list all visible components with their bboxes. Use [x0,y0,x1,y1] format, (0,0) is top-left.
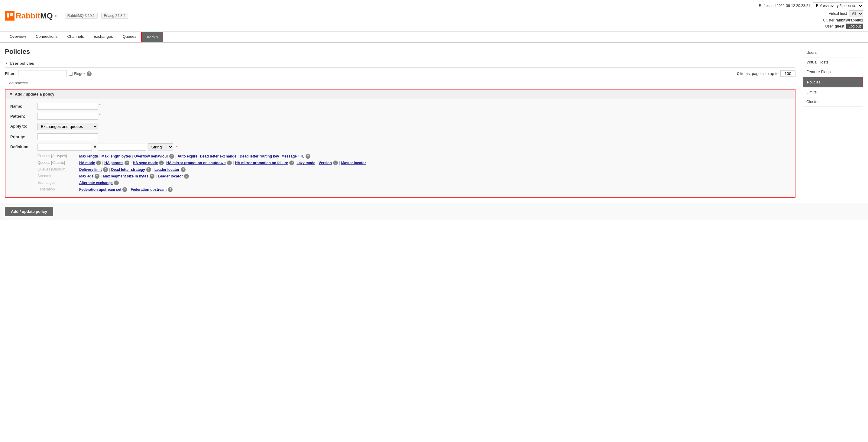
link-ha-mirror-failure[interactable]: HA mirror promotion on failure [235,161,288,165]
logout-button[interactable]: Log out [846,24,863,29]
sidebar-item-virtual-hosts[interactable]: Virtual Hosts [803,57,863,67]
ha-params-help-icon[interactable]: ? [125,160,129,166]
link-max-segment-size[interactable]: Max segment size in bytes [103,174,148,178]
link-version[interactable]: Version [318,161,332,165]
version-help-icon[interactable]: ? [333,160,338,166]
logo: RabbitMQ TM [5,11,57,21]
main-nav: Overview Connections Channels Exchanges … [0,32,868,43]
logo-text: RabbitMQ [16,11,53,21]
link-dead-letter-routing-key[interactable]: Dead letter routing key [240,154,279,158]
leader-locator-streams-help-icon[interactable]: ? [184,174,189,179]
link-federation-upstream-set[interactable]: Federation upstream set [79,187,121,192]
definition-value-input[interactable] [98,144,146,151]
hint-exchanges: Exchanges Alternate exchange ? [37,180,790,185]
link-federation-upstream[interactable]: Federation upstream [131,187,167,192]
name-input[interactable] [37,103,98,110]
priority-label: Priority: [10,133,37,139]
link-dead-letter-exchange[interactable]: Dead letter exchange [200,154,236,158]
content: Policies ▼ User policies Filter: Regex ?… [0,43,868,203]
federation-upstream-help-icon[interactable]: ? [168,187,173,192]
ha-mode-help-icon[interactable]: ? [96,160,101,166]
dead-letter-strategy-help-icon[interactable]: ? [146,167,151,172]
link-leader-locator-streams[interactable]: Leader locator [158,174,183,178]
cluster-value: rabbit@rabbit01 [835,18,863,22]
delivery-limit-help-icon[interactable]: ? [103,167,108,172]
svg-rect-2 [7,16,9,18]
sidebar-item-limits[interactable]: Limits [803,87,863,97]
hint-queues-all: Queues [All types] Max length | Max leng… [37,154,790,159]
link-auto-expire[interactable]: Auto expire [178,154,197,158]
nav-channels[interactable]: Channels [62,32,89,42]
add-policy-body: Name: * Pattern: * Apply to: Exchanges a… [5,99,795,198]
ha-mirror-failure-help-icon[interactable]: ? [289,160,294,166]
link-max-length[interactable]: Max length [79,154,98,158]
link-dead-letter-strategy[interactable]: Dead letter strategy [111,168,145,172]
hint-federation-label: Federation [37,187,77,191]
nav-exchanges[interactable]: Exchanges [89,32,118,42]
ha-sync-mode-help-icon[interactable]: ? [159,160,164,166]
definition-hints: Queues [All types] Max length | Max leng… [37,154,790,192]
main-content: Policies ▼ User policies Filter: Regex ?… [5,48,796,198]
regex-help-icon[interactable]: ? [87,71,92,76]
vhost-select[interactable]: All [849,10,863,17]
link-delivery-limit[interactable]: Delivery limit [79,168,102,172]
link-alternate-exchange[interactable]: Alternate exchange [79,181,113,185]
pattern-row: Pattern: * [10,113,790,120]
link-max-length-bytes[interactable]: Max length bytes [101,154,131,158]
link-ha-mirror-shutdown[interactable]: HA mirror promotion on shutdown [166,161,225,165]
hint-streams-label: Streams [37,174,77,178]
hint-queues-classic-label: Queues [Classic] [37,160,77,165]
filter-row: Filter: Regex ? 0 items, page size up to [5,70,796,77]
regex-check: Regex ? [69,71,92,76]
link-ha-mode[interactable]: HA mode [79,161,95,165]
sidebar-item-policies[interactable]: Policies [803,77,863,87]
definition-key-input[interactable] [37,144,92,151]
message-ttl-help-icon[interactable]: ? [306,154,310,159]
max-segment-help-icon[interactable]: ? [150,174,154,179]
add-policy-header[interactable]: ▼ Add / update a policy [5,89,795,99]
name-required: * [99,103,101,107]
logo-tm: TM [54,14,57,17]
sidebar-item-feature-flags[interactable]: Feature Flags [803,67,863,77]
link-max-age[interactable]: Max age [79,174,93,178]
header-right: Refreshed 2022-06-12 20:28:21 Refresh ev… [759,2,863,29]
link-overflow-behaviour[interactable]: Overflow behaviour [134,154,168,158]
refresh-select[interactable]: Refresh every 5 seconds [813,2,863,9]
submit-button[interactable]: Add / update policy [5,207,53,216]
nav-connections[interactable]: Connections [31,32,62,42]
apply-to-select[interactable]: Exchanges and queues Exchanges Queues [37,123,98,130]
refresh-row: Refreshed 2022-06-12 20:28:21 Refresh ev… [759,2,863,9]
definition-required: * [176,145,178,149]
ha-mirror-shutdown-help-icon[interactable]: ? [227,160,232,166]
alternate-exchange-help-icon[interactable]: ? [114,180,119,185]
page-size-input[interactable] [780,70,796,77]
pattern-input[interactable] [37,113,98,120]
sidebar-item-cluster[interactable]: Cluster [803,97,863,107]
link-ha-params[interactable]: HA params [104,161,123,165]
hint-streams: Streams Max age ? | Max segment size in … [37,174,790,179]
nav-admin[interactable]: Admin [141,32,163,42]
nav-queues[interactable]: Queues [118,32,142,42]
link-lazy-mode[interactable]: Lazy mode [297,161,315,165]
user-policies-header[interactable]: ▼ User policies [5,59,796,68]
federation-upstream-set-help-icon[interactable]: ? [122,187,127,192]
hint-federation: Federation Federation upstream set ? | F… [37,187,790,192]
link-leader-locator-quorum[interactable]: Leader locator [154,168,180,172]
definition-type-select[interactable]: String Number Boolean List [148,143,173,151]
leader-locator-quorum-help-icon[interactable]: ? [181,167,186,172]
priority-input[interactable] [37,133,98,140]
hint-federation-links: Federation upstream set ? | Federation u… [79,187,173,192]
regex-checkbox[interactable] [69,72,73,76]
priority-row: Priority: [10,133,790,140]
nav-overview[interactable]: Overview [5,32,31,42]
link-master-locator[interactable]: Master locator [341,161,366,165]
link-message-ttl[interactable]: Message TTL [281,154,304,158]
add-policy-arrow: ▼ [9,92,13,96]
max-age-help-icon[interactable]: ? [95,174,99,179]
link-ha-sync-mode[interactable]: HA sync mode [133,161,158,165]
definition-label: Definition: [10,143,37,149]
name-label: Name: [10,103,37,109]
overflow-help-icon[interactable]: ? [169,154,174,159]
sidebar-item-users[interactable]: Users [803,48,863,57]
filter-input[interactable] [18,70,66,77]
